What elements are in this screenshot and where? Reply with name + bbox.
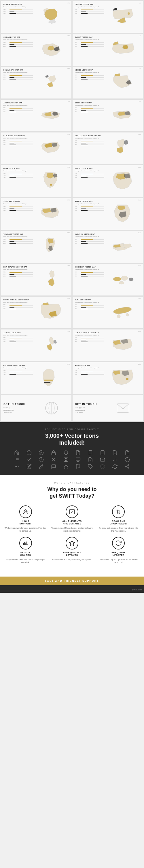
map-slide-asia: ASIA VECTOR MAP 24/50 Lorem ipsum dolor … — [73, 362, 143, 394]
phone-icon — [85, 450, 96, 455]
svg-marker-68 — [43, 369, 54, 386]
svg-point-114 — [17, 466, 17, 467]
svg-point-54 — [129, 278, 133, 281]
map-slide-india: INDIA VECTOR MAP 11/50 Lorem ipsum dolor… — [1, 165, 71, 197]
map-slide-russia: RUSSIA VECTOR MAP 4/50 Lorem ipsum dolor… — [73, 34, 143, 66]
svg-marker-10 — [112, 43, 134, 54]
svg-point-113 — [125, 458, 129, 462]
home-icon — [11, 450, 22, 455]
map-slide-france: FRANCE VECTOR MAP 1/50 Lorem ipsum dolor… — [1, 1, 71, 33]
svg-marker-28 — [117, 139, 124, 148]
list-icon — [11, 457, 22, 462]
document2-icon — [85, 457, 96, 462]
denmark-map-svg — [34, 72, 69, 92]
map-slide-get-in-touch-1: GET IN TOUCH WEBSITE www.website.comcont… — [1, 395, 71, 421]
star-icon — [60, 464, 71, 469]
uk-map-svg — [106, 138, 141, 158]
file2-icon — [122, 450, 133, 455]
layouts-icon-container — [66, 537, 78, 550]
austria-map-svg — [34, 105, 69, 125]
tablet-icon — [97, 450, 108, 455]
x-icon — [48, 457, 59, 462]
central-asia-map-svg — [106, 335, 141, 355]
svg-marker-17 — [114, 73, 120, 76]
svg-rect-83 — [52, 453, 56, 455]
svg-rect-69 — [44, 379, 53, 381]
svg-point-123 — [125, 466, 127, 467]
indonesia-map-svg — [106, 269, 141, 289]
document-icon — [110, 450, 120, 455]
brazil-map-svg — [106, 170, 141, 191]
svg-point-115 — [18, 466, 19, 467]
gfxtra-watermark: gfxtra.com — [132, 589, 142, 591]
map-slide-china: CHINA VECTOR MAP 3/50 Lorem ipsum dolor … — [1, 34, 71, 66]
colors-title: UNLIMITEDCOLORS — [19, 551, 33, 556]
frequent-updates-icon — [115, 540, 121, 546]
map-title-china: CHINA VECTOR MAP — [3, 36, 69, 38]
icons-section-subtitle: ADJUST SIZE AND COLOR EASYLY — [5, 428, 139, 431]
updates-desc: Download today and get New Slides withou… — [98, 558, 139, 564]
play-icon — [36, 450, 47, 455]
map-slide-thailand: THAILAND VECTOR MAP 15/50 Lorem ipsum do… — [1, 231, 71, 262]
svg-point-74 — [126, 378, 128, 380]
drag-drop-desc: As easy as it sounds. Drag your picture … — [98, 527, 139, 532]
map-slide-japan: JAPAN VECTOR MAP 21/50 Lorem ipsum dolor… — [1, 330, 71, 361]
svg-marker-5 — [113, 8, 117, 11]
canada-map-svg — [106, 6, 141, 27]
ninja-icon-container — [19, 505, 32, 518]
bottom-banner: FAST AND FRIENDLY SUPPORT — [0, 577, 144, 585]
drag-drop-title: DRAG ANDDROP READY! — [110, 520, 127, 525]
edit-icon — [24, 464, 34, 469]
svg-line-128 — [23, 510, 25, 511]
svg-line-126 — [126, 465, 128, 466]
svg-marker-63 — [47, 344, 52, 350]
svg-point-34 — [50, 184, 52, 186]
features-grid: NINJASUPPORT We have answers for your qu… — [5, 505, 139, 564]
svg-line-129 — [27, 510, 28, 511]
dots-icon — [11, 464, 22, 469]
map-slide-new-zealand: NEW ZEALAND VECTOR MAP 17/50 Lorem ipsum… — [1, 264, 71, 296]
svg-point-55 — [119, 281, 124, 284]
ninja-title: NINJASUPPORT — [20, 520, 32, 525]
russia-map-svg — [106, 39, 141, 59]
icons-grid — [11, 450, 133, 469]
map-slide-central-asia: CENTRAL ASIA VECTOR MAP 22/50 Lorem ipsu… — [73, 330, 143, 361]
china-map-svg — [34, 39, 69, 59]
shield-icon — [60, 450, 71, 455]
india-map-svg — [34, 170, 69, 191]
svg-point-52 — [113, 277, 121, 281]
svg-rect-102 — [66, 460, 68, 462]
venezuela-map-svg — [34, 138, 69, 158]
ninja-desc: We have answers for your questions. Feel… — [5, 527, 46, 532]
flag-icon — [73, 464, 84, 469]
lock-icon — [48, 450, 59, 455]
icons-section-title: 3,000+ Vector IconsIncluded! — [5, 432, 139, 446]
svg-marker-51 — [48, 278, 54, 286]
chat-icon — [48, 464, 59, 469]
map-title-russia: RUSSIA VECTOR MAP — [75, 36, 141, 38]
feature-ninja: NINJASUPPORT We have answers for your qu… — [5, 505, 46, 532]
check-icon — [24, 457, 34, 462]
tag-icon — [85, 464, 96, 469]
map-slide-uk: UNITED KINGDOM VECTOR MAP 10/50 Lorem ip… — [73, 132, 143, 164]
svg-marker-2 — [48, 19, 56, 24]
svg-marker-24 — [124, 111, 130, 115]
editable-desc: You don't need Photoshop or another soft… — [51, 527, 93, 532]
bottom-banner-text: FAST AND FRIENDLY SUPPORT — [3, 580, 141, 582]
svg-marker-30 — [123, 140, 128, 145]
map-slide-denmark: DENMARK VECTOR MAP 5/50 Lorem ipsum dolo… — [1, 67, 71, 98]
icons-section: ADJUST SIZE AND COLOR EASYLY 3,000+ Vect… — [0, 422, 144, 475]
ninja-support-icon — [23, 508, 29, 515]
svg-point-60 — [117, 314, 120, 318]
feature-updates: FREQUENTUPDATES Download today and get N… — [98, 537, 139, 564]
drag-drop-icon — [115, 508, 121, 515]
svg-marker-14 — [47, 82, 53, 87]
svg-point-122 — [128, 465, 129, 466]
feature-layouts: HIGH QUALITYLAYOUTS Professional and ver… — [51, 537, 93, 564]
japan-map-svg — [34, 335, 69, 355]
svg-marker-13 — [48, 75, 56, 82]
gfxtra-bar: gfxtra.com — [0, 585, 144, 593]
map-title-france: FRANCE VECTOR MAP — [3, 3, 69, 5]
svg-point-116 — [15, 466, 16, 467]
california-map-svg — [34, 368, 69, 388]
